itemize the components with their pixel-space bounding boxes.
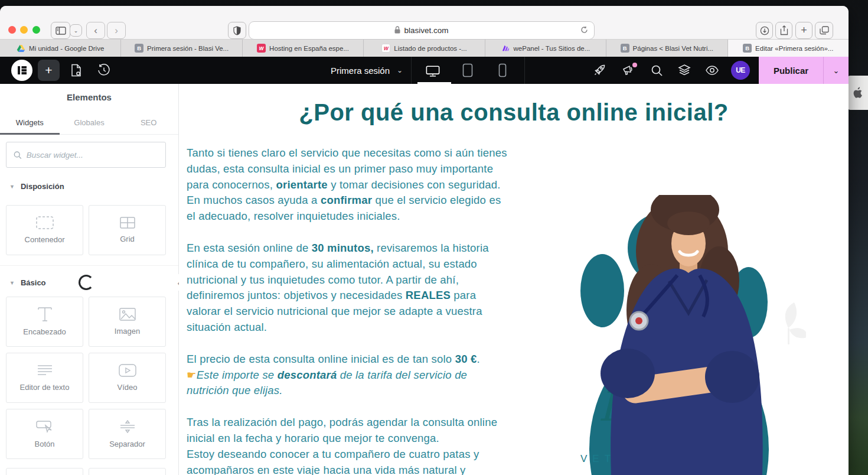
- widget-card-partial[interactable]: [6, 468, 83, 475]
- eye-icon: [705, 65, 719, 76]
- paragraph-4[interactable]: Tras la realización del pago, podrás age…: [187, 415, 510, 475]
- downloads-button[interactable]: [756, 22, 773, 39]
- address-bar[interactable]: blasivet.com: [249, 21, 595, 40]
- widget-label: Encabezado: [23, 327, 66, 336]
- elementor-panel: Elementos Widgets Globales SEO ▼ Disposi…: [0, 84, 179, 475]
- whats-new-button[interactable]: [622, 63, 636, 77]
- shield-icon: [233, 26, 241, 35]
- forward-button[interactable]: ›: [107, 22, 126, 39]
- sidebar-menu-chevron-button[interactable]: ⌄: [70, 24, 82, 37]
- widget-card-partial[interactable]: [89, 468, 166, 475]
- widget-label: Grid: [120, 235, 135, 243]
- elementor-logo-icon: [11, 60, 32, 81]
- widget-grid[interactable]: Grid: [89, 205, 166, 255]
- publish-options-button[interactable]: ⌄: [824, 66, 849, 75]
- text-editor-icon: [37, 364, 53, 377]
- widget-contenedor[interactable]: Contenedor: [6, 205, 83, 255]
- publish-button-group: Publicar ⌄: [759, 57, 849, 84]
- tab-overview-icon: [820, 26, 829, 35]
- sidebar-icon: [56, 27, 66, 35]
- page-copy[interactable]: Tanto si tienes claro el servicio que ne…: [187, 145, 510, 475]
- chevron-left-icon: ‹: [94, 25, 97, 37]
- widget-search-box[interactable]: [6, 142, 166, 168]
- structure-button[interactable]: [677, 63, 691, 77]
- webempresa-light-icon: w: [381, 44, 390, 53]
- loading-spinner: [79, 275, 94, 290]
- tab-hosting[interactable]: w Hosting en España espe...: [243, 40, 364, 57]
- tab-wepanel[interactable]: wePanel - Tus Sitios de...: [485, 40, 606, 57]
- webempresa-icon: w: [257, 44, 266, 53]
- apple-logo-icon: [853, 87, 863, 99]
- close-window-button[interactable]: [8, 26, 16, 34]
- mobile-device-icon: [498, 63, 507, 77]
- site-b-icon: B: [743, 44, 752, 53]
- tab-title: Hosting en España espe...: [269, 45, 349, 52]
- tab-title: Primera sesión - Blasi Ve...: [147, 45, 229, 52]
- widget-boton[interactable]: Botón: [6, 409, 83, 459]
- widget-encabezado[interactable]: Encabezado: [6, 297, 83, 347]
- preview-button[interactable]: [705, 63, 719, 77]
- reload-icon[interactable]: [580, 26, 588, 35]
- document-title-dropdown[interactable]: Primera sesión ⌄: [331, 57, 403, 84]
- launch-button[interactable]: [592, 63, 606, 77]
- widget-editor-de-texto[interactable]: Editor de texto: [6, 353, 83, 403]
- widget-video[interactable]: Vídeo: [89, 353, 166, 403]
- publish-button[interactable]: Publicar: [759, 66, 823, 76]
- heading-icon: [37, 307, 53, 321]
- search-input[interactable]: [27, 151, 158, 160]
- widget-separador[interactable]: Separador: [89, 409, 166, 459]
- new-tab-button[interactable]: +: [795, 22, 812, 39]
- divider: [411, 57, 412, 84]
- device-desktop-button[interactable]: [426, 64, 440, 78]
- chevron-right-icon: ›: [115, 25, 118, 37]
- tab-overview-button[interactable]: [815, 22, 833, 39]
- tab-globales[interactable]: Globales: [60, 111, 119, 134]
- sidebar-toggle-button[interactable]: [51, 22, 70, 39]
- chevron-down-icon: ⌄: [74, 28, 79, 34]
- device-mobile-button[interactable]: [495, 63, 510, 77]
- widget-label: Imagen: [115, 327, 140, 336]
- tab-listado-productos[interactable]: w Listado de productos -...: [364, 40, 485, 57]
- privacy-report-button[interactable]: [228, 22, 246, 39]
- history-button[interactable]: [97, 63, 111, 77]
- plus-icon: +: [801, 24, 807, 37]
- section-basico[interactable]: ▼ Básico: [9, 278, 46, 287]
- back-button[interactable]: ‹: [86, 22, 105, 39]
- finder-search-button[interactable]: [650, 63, 664, 77]
- user-avatar[interactable]: UE: [731, 61, 750, 80]
- avatar-initials: UE: [736, 66, 745, 74]
- veterinarian-figure: [601, 195, 763, 475]
- tab-title: Mi unidad - Google Drive: [29, 45, 104, 52]
- desktop-device-icon: [426, 65, 440, 77]
- tab-google-drive[interactable]: Mi unidad - Google Drive: [0, 40, 121, 57]
- section-disposicion[interactable]: ▼ Disposición: [9, 182, 64, 191]
- button-icon: [36, 419, 54, 434]
- device-tablet-button[interactable]: [461, 63, 475, 77]
- widget-label: Contenedor: [25, 235, 65, 244]
- section-label: Básico: [21, 278, 46, 287]
- add-element-button[interactable]: +: [38, 60, 60, 81]
- tab-paginas[interactable]: B Páginas < Blasi Vet Nutri...: [606, 40, 727, 57]
- minimize-window-button[interactable]: [20, 26, 28, 34]
- document-title: Primera sesión: [331, 66, 390, 76]
- zoom-window-button[interactable]: [32, 26, 40, 34]
- tab-editar-primera-sesion[interactable]: B Editar «Primera sesión»...: [728, 40, 849, 57]
- page-settings-button[interactable]: [69, 63, 83, 77]
- share-button[interactable]: [775, 22, 792, 39]
- tab-widgets[interactable]: Widgets: [0, 111, 60, 134]
- tab-seo[interactable]: SEO: [119, 111, 178, 134]
- background-apple-window: [848, 76, 868, 110]
- tab-title: wePanel - Tus Sitios de...: [514, 45, 590, 52]
- divider: [0, 265, 178, 266]
- tab-primera-sesion[interactable]: B Primera sesión - Blasi Ve...: [121, 40, 242, 57]
- paragraph-3[interactable]: El precio de esta consulta online inicia…: [187, 352, 510, 399]
- plus-icon: +: [45, 63, 52, 77]
- paragraph-2[interactable]: En esta sesión online de 30 minutos, rev…: [187, 240, 510, 336]
- page-heading[interactable]: ¿Por qué una consulta online inicial?: [179, 98, 849, 126]
- paragraph-1[interactable]: Tanto si tienes claro el servicio que ne…: [187, 145, 510, 225]
- page-canvas[interactable]: ¿Por qué una consulta online inicial? Ta…: [179, 84, 849, 475]
- history-icon: [97, 64, 110, 77]
- widget-imagen[interactable]: Imagen: [89, 297, 166, 347]
- veterinarian-photo[interactable]: B Y VETE ION: [552, 195, 806, 475]
- elementor-menu-button[interactable]: [11, 60, 32, 81]
